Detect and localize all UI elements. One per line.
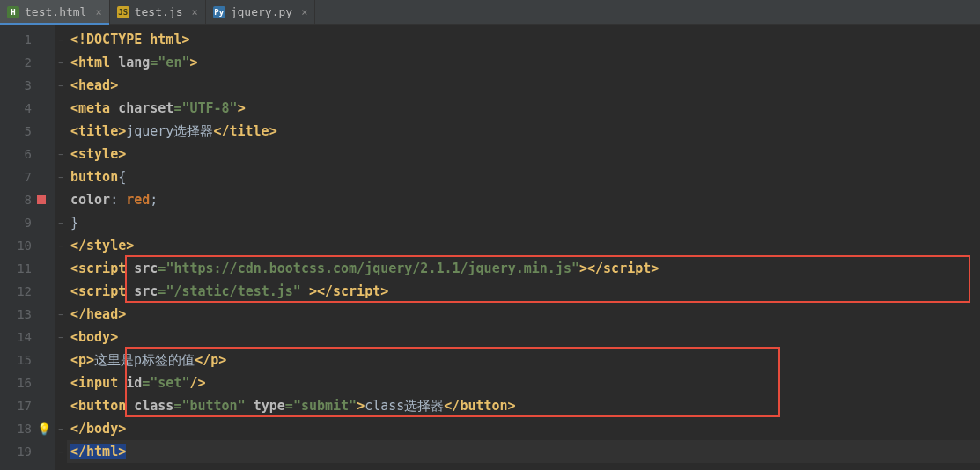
line-number: 3	[0, 78, 32, 92]
fold-bar[interactable]: −−−−−−−−−−−	[55, 25, 67, 470]
code-line-17[interactable]: <button class="button" type="submit">cla…	[67, 394, 980, 417]
tab-label: jquery.py	[231, 5, 292, 18]
close-icon[interactable]: ×	[191, 6, 197, 18]
gutter-row[interactable]: 4	[0, 97, 55, 120]
fold-toggle-icon[interactable]	[55, 188, 67, 211]
gutter-row[interactable]: 6	[0, 143, 55, 165]
fold-toggle-icon[interactable]	[55, 349, 67, 371]
editor: 123456789101112131415161718💡19 −−−−−−−−−…	[0, 25, 980, 470]
line-number: 2	[0, 55, 32, 70]
line-number: 14	[0, 330, 32, 344]
breakpoint-icon[interactable]	[37, 195, 46, 204]
fold-toggle-icon[interactable]: −	[55, 234, 67, 257]
code-line-10[interactable]: </style>	[67, 234, 980, 257]
fold-toggle-icon[interactable]	[55, 97, 67, 120]
gutter-row[interactable]: 7	[0, 165, 55, 188]
gutter-row[interactable]: 3	[0, 74, 55, 97]
line-number: 16	[0, 376, 32, 390]
tab-test-html[interactable]: H test.html ×	[0, 0, 110, 24]
code-line-12[interactable]: <script src="/static/test.js" ></script>	[67, 280, 980, 303]
line-number: 17	[0, 399, 32, 413]
line-number: 5	[0, 124, 32, 138]
line-number: 8	[0, 193, 32, 207]
gutter-row[interactable]: 10	[0, 234, 55, 257]
tab-jquery-py[interactable]: Py jquery.py ×	[206, 0, 316, 24]
line-number: 4	[0, 101, 32, 115]
code-line-6[interactable]: <style>	[67, 143, 980, 165]
line-number: 12	[0, 284, 32, 298]
fold-toggle-icon[interactable]	[55, 280, 67, 303]
gutter-row[interactable]: 2	[0, 51, 55, 74]
gutter-row[interactable]: 11	[0, 257, 55, 280]
line-number: 7	[0, 170, 32, 184]
code-line-5[interactable]: <title>jquery选择器</title>	[67, 120, 980, 143]
close-icon[interactable]: ×	[95, 6, 101, 18]
fold-toggle-icon[interactable]: −	[55, 303, 67, 326]
line-number: 19	[0, 444, 32, 459]
tab-label: test.js	[135, 5, 183, 18]
gutter-row[interactable]: 16	[0, 371, 55, 394]
fold-toggle-icon[interactable]: −	[55, 74, 67, 97]
code-line-7[interactable]: button{	[67, 165, 980, 188]
code-line-1[interactable]: <!DOCTYPE html>	[67, 28, 980, 51]
code-line-11[interactable]: <script src="https://cdn.bootcss.com/jqu…	[67, 257, 980, 280]
line-number: 1	[0, 33, 32, 47]
line-number: 6	[0, 147, 32, 161]
tab-bar: H test.html × JS test.js × Py jquery.py …	[0, 0, 980, 25]
code-line-14[interactable]: <body>	[67, 326, 980, 349]
gutter-row[interactable]: 12	[0, 280, 55, 303]
js-file-icon: JS	[117, 6, 129, 18]
fold-toggle-icon[interactable]: −	[55, 165, 67, 188]
fold-toggle-icon[interactable]	[55, 257, 67, 280]
line-number: 10	[0, 239, 32, 253]
fold-toggle-icon[interactable]: −	[55, 143, 67, 165]
code-line-18[interactable]: </body>	[67, 417, 980, 440]
python-file-icon: Py	[213, 6, 225, 18]
gutter-row[interactable]: 5	[0, 120, 55, 143]
code-line-3[interactable]: <head>	[67, 74, 980, 97]
code-area[interactable]: <!DOCTYPE html> <html lang="en"> <head> …	[67, 25, 980, 470]
code-line-8[interactable]: color: red;	[67, 188, 980, 211]
code-line-15[interactable]: <p>这里是p标签的值</p>	[67, 349, 980, 371]
html-file-icon: H	[7, 6, 19, 18]
gutter-row[interactable]: 13	[0, 303, 55, 326]
gutter-row[interactable]: 8	[0, 188, 55, 211]
code-line-13[interactable]: </head>	[67, 303, 980, 326]
line-number: 11	[0, 261, 32, 275]
gutter-row[interactable]: 15	[0, 349, 55, 371]
gutter-row[interactable]: 1	[0, 28, 55, 51]
gutter[interactable]: 123456789101112131415161718💡19	[0, 25, 55, 470]
code-line-19[interactable]: </html>	[67, 440, 980, 463]
tab-label: test.html	[25, 5, 86, 18]
fold-toggle-icon[interactable]	[55, 394, 67, 417]
line-number: 18	[0, 422, 32, 436]
code-line-2[interactable]: <html lang="en">	[67, 51, 980, 74]
line-number: 15	[0, 353, 32, 367]
fold-toggle-icon[interactable]: −	[55, 417, 67, 440]
line-number: 13	[0, 307, 32, 321]
gutter-row[interactable]: 14	[0, 326, 55, 349]
fold-toggle-icon[interactable]: −	[55, 211, 67, 234]
gutter-row[interactable]: 19	[0, 440, 55, 463]
fold-toggle-icon[interactable]: −	[55, 28, 67, 51]
code-line-4[interactable]: <meta charset="UTF-8">	[67, 97, 980, 120]
line-number: 9	[0, 216, 32, 230]
fold-toggle-icon[interactable]	[55, 371, 67, 394]
fold-toggle-icon[interactable]: −	[55, 440, 67, 463]
code-line-16[interactable]: <input id="set"/>	[67, 371, 980, 394]
lightbulb-icon[interactable]: 💡	[37, 422, 51, 436]
fold-toggle-icon[interactable]: −	[55, 51, 67, 74]
fold-toggle-icon[interactable]	[55, 120, 67, 143]
fold-toggle-icon[interactable]: −	[55, 326, 67, 349]
gutter-row[interactable]: 9	[0, 211, 55, 234]
gutter-row[interactable]: 17	[0, 394, 55, 417]
tab-test-js[interactable]: JS test.js ×	[110, 0, 206, 24]
code-line-9[interactable]: }	[67, 211, 980, 234]
close-icon[interactable]: ×	[301, 6, 307, 18]
gutter-row[interactable]: 18💡	[0, 417, 55, 440]
